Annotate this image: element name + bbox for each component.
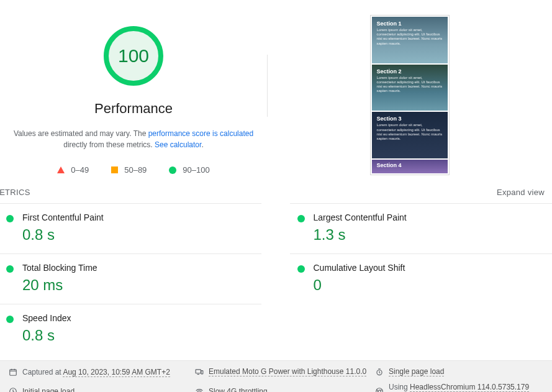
pass-dot-icon: [6, 215, 14, 222]
emulated-device[interactable]: Emulated Moto G Power with Lighthouse 11…: [209, 367, 366, 376]
env-initial-load: Initial page load: [9, 383, 195, 392]
metric-value: 0.8 s: [22, 226, 255, 244]
thumb-s3-text: Lorem ipsum dolor sit amet, consectetur …: [377, 123, 443, 141]
thumb-s1-title: Section 1: [377, 21, 443, 27]
single-page-load[interactable]: Single page load: [389, 367, 444, 376]
score-calc-link[interactable]: performance score is calculated: [148, 129, 253, 138]
metric-body: Total Blocking Time 20 ms: [22, 263, 255, 294]
thumb-section-1: Section 1 Lorem ipsum dolor sit amet, co…: [372, 17, 448, 63]
clock-icon: [9, 387, 17, 392]
metrics-grid: First Contentful Paint 0.8 s Largest Con…: [0, 203, 552, 354]
performance-gauge: 100: [104, 26, 163, 86]
disclaimer-prefix: Values are estimated and may vary. The: [14, 129, 148, 138]
circle-green-icon: [169, 166, 176, 174]
disclaimer-mid: directly from these metrics.: [63, 140, 155, 149]
chrome-icon: [375, 387, 384, 392]
metrics-header: METRICS Expand view: [0, 188, 552, 203]
metrics-title: METRICS: [0, 188, 30, 197]
thumb-section-4: Section 4: [372, 160, 448, 173]
gauge-label: Performance: [94, 101, 173, 117]
env-single-page: Single page load: [375, 367, 543, 376]
captured-timestamp[interactable]: Aug 10, 2023, 10:59 AM GMT+2: [63, 368, 170, 377]
metric-cls[interactable]: Cumulative Layout Shift 0: [290, 253, 553, 304]
env-throttling: Slow 4G throttling: [195, 383, 375, 392]
metric-name: Total Blocking Time: [22, 263, 255, 273]
thumb-s4-title: Section 4: [377, 162, 443, 168]
env-browser-text: Using HeadlessChromium 114.0.5735.179 wi…: [389, 383, 543, 392]
metric-body: Cumulative Layout Shift 0: [314, 263, 546, 294]
disclaimer-suffix: .: [201, 140, 203, 149]
triangle-red-icon: [57, 166, 65, 173]
metric-si[interactable]: Speed Index 0.8 s: [0, 304, 261, 354]
gauge-column: 100 Performance Values are estimated and…: [0, 12, 267, 175]
environment-footer: Captured at Aug 10, 2023, 10:59 AM GMT+2…: [0, 360, 552, 392]
scale-avg-label: 50–89: [124, 165, 147, 175]
see-calculator-link[interactable]: See calculator: [155, 140, 201, 149]
vertical-divider: [267, 55, 268, 117]
scale-fail-label: 0–49: [71, 165, 89, 175]
expand-view-toggle[interactable]: Expand view: [497, 188, 545, 197]
metric-value: 1.3 s: [314, 226, 546, 244]
network-icon: [195, 387, 204, 392]
devices-icon: [195, 368, 204, 376]
scale-pass-label: 90–100: [183, 165, 209, 175]
gauge-wrap: 100: [96, 19, 171, 93]
performance-score: 100: [118, 45, 149, 66]
thumb-s2-text: Lorem ipsum dolor sit amet, consectetur …: [377, 76, 443, 94]
disclaimer-text: Values are estimated and may vary. The p…: [0, 128, 267, 150]
metric-name: Cumulative Layout Shift: [314, 263, 546, 273]
svg-rect-2: [201, 370, 203, 373]
scale-pass: 90–100: [169, 165, 209, 175]
metric-value: 0: [314, 276, 546, 294]
page-screenshot-thumbnail: Section 1 Lorem ipsum dolor sit amet, co…: [370, 15, 450, 175]
metric-lcp[interactable]: Largest Contentful Paint 1.3 s: [290, 203, 553, 253]
metric-tbt[interactable]: Total Blocking Time 20 ms: [0, 253, 261, 304]
metric-body: Speed Index 0.8 s: [22, 313, 255, 344]
metric-value: 20 ms: [22, 276, 255, 294]
env-captured-text: Captured at Aug 10, 2023, 10:59 AM GMT+2: [22, 368, 170, 376]
square-orange-icon: [111, 166, 118, 173]
metric-name: First Contentful Paint: [22, 212, 255, 222]
initial-page-load[interactable]: Initial page load: [22, 387, 75, 393]
metric-value: 0.8 s: [22, 327, 255, 344]
pass-dot-icon: [6, 316, 14, 323]
screenshot-column: Section 1 Lorem ipsum dolor sit amet, co…: [267, 12, 552, 175]
env-browser: Using HeadlessChromium 114.0.5735.179 wi…: [375, 383, 543, 392]
scale-fail: 0–49: [57, 165, 89, 175]
header-area: 100 Performance Values are estimated and…: [0, 0, 552, 188]
browser-version[interactable]: HeadlessChromium 114.0.5735.179 with lr: [389, 383, 529, 392]
svg-rect-1: [196, 369, 201, 373]
pass-dot-icon: [297, 215, 305, 222]
thumb-s1-text: Lorem ipsum dolor sit amet, consectetur …: [377, 28, 443, 46]
metric-body: First Contentful Paint 0.8 s: [22, 212, 255, 244]
env-device: Emulated Moto G Power with Lighthouse 11…: [195, 367, 375, 376]
metric-name: Speed Index: [22, 313, 255, 323]
metric-body: Largest Contentful Paint 1.3 s: [314, 212, 546, 244]
score-scale: 0–49 50–89 90–100: [57, 165, 209, 175]
env-captured-at: Captured at Aug 10, 2023, 10:59 AM GMT+2: [9, 367, 195, 376]
thumb-section-2: Section 2 Lorem ipsum dolor sit amet, co…: [372, 65, 448, 111]
metric-name: Largest Contentful Paint: [314, 212, 546, 222]
pass-dot-icon: [6, 265, 14, 273]
scale-average: 50–89: [111, 165, 147, 175]
thumb-s3-title: Section 3: [377, 116, 443, 122]
throttling[interactable]: Slow 4G throttling: [209, 387, 268, 393]
pass-dot-icon: [297, 265, 305, 273]
thumb-section-3: Section 3 Lorem ipsum dolor sit amet, co…: [372, 112, 448, 158]
metric-fcp[interactable]: First Contentful Paint 0.8 s: [0, 203, 261, 253]
calendar-icon: [9, 368, 17, 376]
thumb-s2-title: Section 2: [377, 68, 443, 75]
svg-rect-0: [10, 369, 17, 375]
timer-icon: [375, 368, 384, 376]
